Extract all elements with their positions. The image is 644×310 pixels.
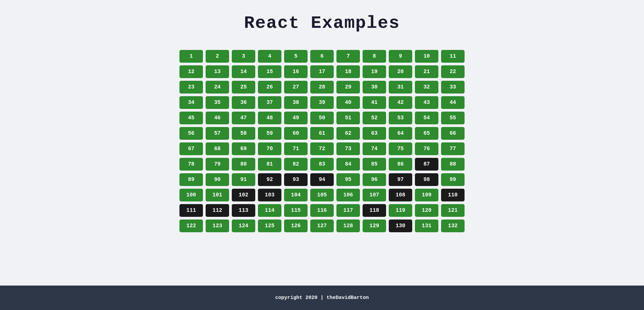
grid-button-64[interactable]: 64: [389, 127, 412, 140]
grid-button-95[interactable]: 95: [336, 173, 360, 186]
grid-button-1[interactable]: 1: [179, 50, 203, 63]
grid-button-116[interactable]: 116: [310, 204, 334, 217]
grid-button-13[interactable]: 13: [206, 65, 229, 78]
grid-button-93[interactable]: 93: [284, 173, 308, 186]
grid-button-52[interactable]: 52: [363, 112, 386, 124]
grid-button-113[interactable]: 113: [232, 204, 255, 217]
grid-button-77[interactable]: 77: [441, 142, 465, 155]
grid-button-71[interactable]: 71: [284, 142, 308, 155]
grid-button-112[interactable]: 112: [206, 204, 229, 217]
grid-button-37[interactable]: 37: [258, 96, 281, 109]
grid-button-39[interactable]: 39: [310, 96, 334, 109]
grid-button-54[interactable]: 54: [415, 112, 438, 124]
grid-button-72[interactable]: 72: [310, 142, 334, 155]
grid-button-118[interactable]: 118: [363, 204, 386, 217]
grid-button-110[interactable]: 110: [441, 189, 465, 201]
grid-button-123[interactable]: 123: [206, 220, 229, 232]
grid-button-26[interactable]: 26: [258, 81, 281, 94]
grid-button-107[interactable]: 107: [363, 189, 386, 201]
grid-button-55[interactable]: 55: [441, 112, 465, 124]
grid-button-100[interactable]: 100: [179, 189, 203, 201]
grid-button-41[interactable]: 41: [363, 96, 386, 109]
grid-button-36[interactable]: 36: [232, 96, 255, 109]
grid-button-49[interactable]: 49: [284, 112, 308, 124]
grid-button-60[interactable]: 60: [284, 127, 308, 140]
grid-button-97[interactable]: 97: [389, 173, 412, 186]
grid-button-62[interactable]: 62: [336, 127, 360, 140]
grid-button-50[interactable]: 50: [310, 112, 334, 124]
grid-button-129[interactable]: 129: [363, 220, 386, 232]
grid-button-126[interactable]: 126: [284, 220, 308, 232]
grid-button-109[interactable]: 109: [415, 189, 438, 201]
grid-button-11[interactable]: 11: [441, 50, 465, 63]
grid-button-69[interactable]: 69: [232, 142, 255, 155]
grid-button-89[interactable]: 89: [179, 173, 203, 186]
grid-button-29[interactable]: 29: [336, 81, 360, 94]
grid-button-76[interactable]: 76: [415, 142, 438, 155]
grid-button-20[interactable]: 20: [389, 65, 412, 78]
grid-button-131[interactable]: 131: [415, 220, 438, 232]
grid-button-34[interactable]: 34: [179, 96, 203, 109]
grid-button-33[interactable]: 33: [441, 81, 465, 94]
grid-button-21[interactable]: 21: [415, 65, 438, 78]
grid-button-90[interactable]: 90: [206, 173, 229, 186]
grid-button-119[interactable]: 119: [389, 204, 412, 217]
grid-button-5[interactable]: 5: [284, 50, 308, 63]
grid-button-25[interactable]: 25: [232, 81, 255, 94]
grid-button-84[interactable]: 84: [336, 158, 360, 171]
grid-button-132[interactable]: 132: [441, 220, 465, 232]
grid-button-10[interactable]: 10: [415, 50, 438, 63]
grid-button-45[interactable]: 45: [179, 112, 203, 124]
grid-button-59[interactable]: 59: [258, 127, 281, 140]
grid-button-18[interactable]: 18: [336, 65, 360, 78]
grid-button-106[interactable]: 106: [336, 189, 360, 201]
grid-button-17[interactable]: 17: [310, 65, 334, 78]
grid-button-2[interactable]: 2: [206, 50, 229, 63]
grid-button-92[interactable]: 92: [258, 173, 281, 186]
grid-button-120[interactable]: 120: [415, 204, 438, 217]
grid-button-85[interactable]: 85: [363, 158, 386, 171]
grid-button-117[interactable]: 117: [336, 204, 360, 217]
grid-button-53[interactable]: 53: [389, 112, 412, 124]
grid-button-74[interactable]: 74: [363, 142, 386, 155]
grid-button-122[interactable]: 122: [179, 220, 203, 232]
grid-button-82[interactable]: 82: [284, 158, 308, 171]
grid-button-27[interactable]: 27: [284, 81, 308, 94]
grid-button-46[interactable]: 46: [206, 112, 229, 124]
grid-button-28[interactable]: 28: [310, 81, 334, 94]
grid-button-86[interactable]: 86: [389, 158, 412, 171]
grid-button-130[interactable]: 130: [389, 220, 412, 232]
grid-button-40[interactable]: 40: [336, 96, 360, 109]
grid-button-111[interactable]: 111: [179, 204, 203, 217]
grid-button-66[interactable]: 66: [441, 127, 465, 140]
grid-button-94[interactable]: 94: [310, 173, 334, 186]
grid-button-9[interactable]: 9: [389, 50, 412, 63]
grid-button-15[interactable]: 15: [258, 65, 281, 78]
grid-button-114[interactable]: 114: [258, 204, 281, 217]
grid-button-70[interactable]: 70: [258, 142, 281, 155]
grid-button-98[interactable]: 98: [415, 173, 438, 186]
grid-button-47[interactable]: 47: [232, 112, 255, 124]
grid-button-35[interactable]: 35: [206, 96, 229, 109]
grid-button-63[interactable]: 63: [363, 127, 386, 140]
grid-button-91[interactable]: 91: [232, 173, 255, 186]
grid-button-3[interactable]: 3: [232, 50, 255, 63]
grid-button-87[interactable]: 87: [415, 158, 438, 171]
grid-button-81[interactable]: 81: [258, 158, 281, 171]
grid-button-73[interactable]: 73: [336, 142, 360, 155]
grid-button-58[interactable]: 58: [232, 127, 255, 140]
grid-button-80[interactable]: 80: [232, 158, 255, 171]
grid-button-7[interactable]: 7: [336, 50, 360, 63]
grid-button-125[interactable]: 125: [258, 220, 281, 232]
grid-button-38[interactable]: 38: [284, 96, 308, 109]
grid-button-124[interactable]: 124: [232, 220, 255, 232]
grid-button-48[interactable]: 48: [258, 112, 281, 124]
grid-button-61[interactable]: 61: [310, 127, 334, 140]
grid-button-96[interactable]: 96: [363, 173, 386, 186]
grid-button-44[interactable]: 44: [441, 96, 465, 109]
grid-button-75[interactable]: 75: [389, 142, 412, 155]
grid-button-8[interactable]: 8: [363, 50, 386, 63]
grid-button-78[interactable]: 78: [179, 158, 203, 171]
grid-button-16[interactable]: 16: [284, 65, 308, 78]
grid-button-14[interactable]: 14: [232, 65, 255, 78]
